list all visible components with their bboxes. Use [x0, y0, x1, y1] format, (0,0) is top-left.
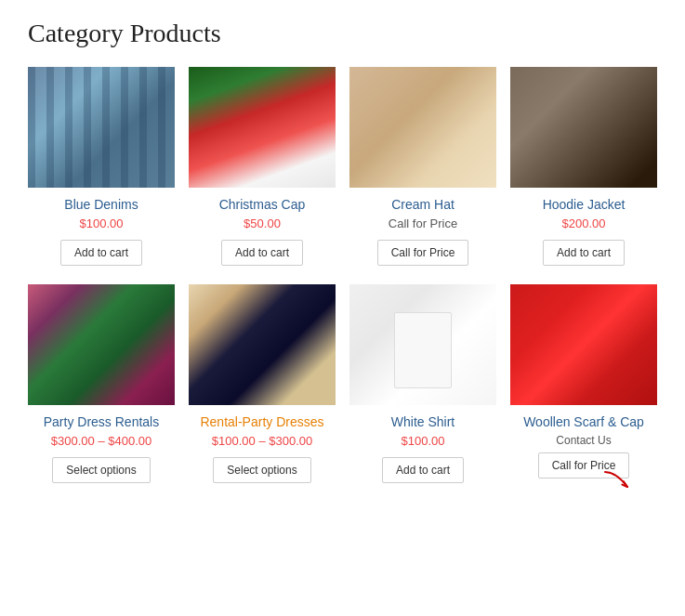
product-image-woollen-scarf-cap [510, 284, 657, 405]
product-action-button-cream-hat[interactable]: Call for Price [377, 240, 469, 266]
product-card-blue-denims: Blue Denims$100.00Add to cart [28, 67, 175, 266]
product-price: $100.00 [80, 216, 124, 230]
product-image-cream-hat [349, 67, 496, 188]
product-thumbnail [28, 284, 175, 405]
product-image-hoodie-jacket [510, 67, 657, 188]
annotation-arrow [601, 467, 639, 495]
page-title: Category Products [28, 19, 657, 48]
product-image-rental-party-dresses [189, 284, 336, 405]
product-action-button-christmas-cap[interactable]: Add to cart [221, 240, 303, 266]
product-card-christmas-cap: Christmas Cap$50.00Add to cart [189, 67, 336, 266]
product-card-hoodie-jacket: Hoodie Jacket$200.00Add to cart [510, 67, 657, 266]
product-image-white-shirt [349, 284, 496, 405]
product-action-button-white-shirt[interactable]: Add to cart [382, 457, 464, 483]
product-thumbnail [349, 67, 496, 188]
product-card-woollen-scarf-cap: Woollen Scarf & CapContact UsCall for Pr… [510, 284, 657, 483]
product-thumbnail [189, 284, 336, 405]
product-image-blue-denims [28, 67, 175, 188]
product-card-party-dress-rentals: Party Dress Rentals$300.00 – $400.00Sele… [28, 284, 175, 483]
product-price: $50.00 [244, 216, 281, 230]
product-thumbnail [349, 284, 496, 405]
product-card-white-shirt: White Shirt$100.00Add to cart [349, 284, 496, 483]
product-image-party-dress-rentals [28, 284, 175, 405]
product-price: $100.00 – $300.00 [212, 434, 312, 448]
product-card-rental-party-dresses: Rental-Party Dresses$100.00 – $300.00Sel… [189, 284, 336, 483]
product-name[interactable]: Woollen Scarf & Cap [523, 414, 644, 429]
product-price: $100.00 [402, 434, 445, 448]
product-name[interactable]: Christmas Cap [219, 197, 306, 212]
product-action-button-rental-party-dresses[interactable]: Select options [213, 457, 310, 483]
product-name[interactable]: White Shirt [391, 414, 454, 429]
product-name[interactable]: Blue Denims [64, 197, 138, 212]
product-price: $200.00 [562, 216, 606, 230]
product-thumbnail [510, 67, 657, 188]
product-action-button-blue-denims[interactable]: Add to cart [60, 240, 142, 266]
product-action-button-party-dress-rentals[interactable]: Select options [52, 457, 150, 483]
product-name[interactable]: Cream Hat [391, 197, 454, 212]
product-price: $300.00 – $400.00 [51, 434, 151, 448]
product-name[interactable]: Hoodie Jacket [543, 197, 626, 212]
product-price: Call for Price [389, 216, 457, 230]
product-name[interactable]: Party Dress Rentals [44, 414, 159, 429]
products-grid: Blue Denims$100.00Add to cartChristmas C… [28, 67, 657, 483]
product-contact-label: Contact Us [556, 434, 611, 447]
product-thumbnail [28, 67, 175, 188]
product-image-christmas-cap [189, 67, 336, 188]
product-thumbnail [510, 284, 657, 405]
product-card-cream-hat: Cream HatCall for PriceCall for Price [349, 67, 496, 266]
product-thumbnail [189, 67, 336, 188]
product-action-button-hoodie-jacket[interactable]: Add to cart [543, 240, 625, 266]
product-name[interactable]: Rental-Party Dresses [200, 414, 323, 429]
